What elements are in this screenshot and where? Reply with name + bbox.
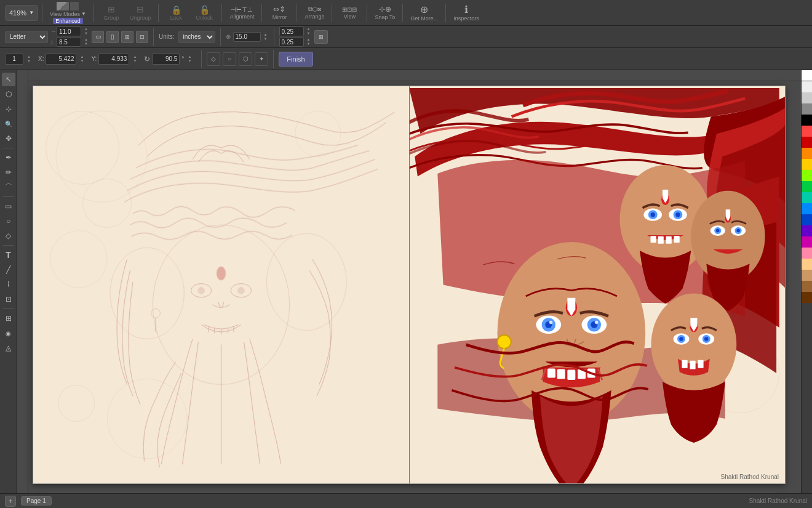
rotation-up[interactable]: ▲ bbox=[186, 55, 193, 59]
swatch-darkbrown[interactable] bbox=[802, 292, 812, 303]
swatch-green[interactable] bbox=[802, 181, 812, 192]
height-down[interactable]: ▼ bbox=[83, 42, 89, 46]
corner-node-button[interactable]: ◇ bbox=[207, 52, 220, 66]
crop-tool[interactable]: ⊹ bbox=[2, 102, 15, 116]
landscape-button[interactable]: ▯ bbox=[106, 31, 119, 43]
rect-tool[interactable]: ▭ bbox=[2, 200, 15, 213]
swatch-gray[interactable] bbox=[802, 92, 812, 103]
node-count-stepper[interactable]: ▲ ▼ bbox=[26, 55, 32, 63]
canvas-area[interactable]: Shakti Rathod Krunal bbox=[17, 70, 801, 493]
pen-tool[interactable]: ✒ bbox=[2, 151, 15, 164]
rotation-stepper[interactable]: ▲ ▼ bbox=[186, 55, 193, 63]
scale-button[interactable]: ⊞ bbox=[314, 30, 328, 44]
ellipse-tool[interactable]: ○ bbox=[2, 214, 15, 228]
finish-button[interactable]: Finish bbox=[279, 52, 312, 67]
x-input[interactable] bbox=[46, 54, 76, 65]
view-modes-group[interactable]: View Modes ▼ Enhanced bbox=[46, 1, 90, 25]
inspectors-button[interactable]: ℹ Inspectors bbox=[450, 2, 483, 23]
swatch-pink[interactable] bbox=[802, 248, 812, 259]
y-stepper[interactable]: ▲ ▼ bbox=[132, 55, 138, 63]
bleed-y-input[interactable] bbox=[279, 37, 304, 47]
zoom-dropdown[interactable]: 419% ▼ bbox=[5, 5, 38, 21]
portrait-button[interactable]: ▭ bbox=[92, 31, 104, 43]
bleed-y-stepper[interactable]: ▲ ▼ bbox=[306, 38, 312, 46]
node-count-input[interactable] bbox=[5, 54, 23, 65]
swatch-black[interactable] bbox=[802, 115, 812, 126]
rotation-down[interactable]: ▼ bbox=[186, 59, 193, 63]
swatch-peach[interactable] bbox=[802, 259, 812, 270]
x-down[interactable]: ▼ bbox=[79, 59, 85, 63]
convert-node-button[interactable]: ✦ bbox=[255, 52, 268, 66]
swatch-yellow[interactable] bbox=[802, 159, 812, 170]
width-up[interactable]: ▲ bbox=[83, 27, 89, 31]
transform-tool[interactable]: ⊡ bbox=[2, 292, 15, 306]
snap-to-button[interactable]: ⊹⊕ Snap To bbox=[371, 4, 399, 22]
bleed-y-down[interactable]: ▼ bbox=[306, 42, 312, 46]
swatch-teal[interactable] bbox=[802, 192, 812, 203]
swatch-lightgray[interactable] bbox=[802, 81, 812, 92]
height-input[interactable] bbox=[57, 37, 81, 47]
dpi-down[interactable]: ▼ bbox=[263, 37, 269, 41]
ungroup-button[interactable]: ⊟ Ungroup bbox=[126, 3, 155, 22]
mirror-button[interactable]: ⇔⇕ Mirror bbox=[266, 4, 293, 22]
swatch-purple[interactable] bbox=[802, 225, 812, 236]
canvas-page[interactable]: Shakti Rathod Krunal bbox=[33, 86, 786, 484]
width-down[interactable]: ▼ bbox=[83, 31, 89, 36]
group-button[interactable]: ⊞ Group bbox=[98, 3, 125, 22]
swatch-darkblue[interactable] bbox=[802, 214, 812, 225]
view-modes-dropdown[interactable]: ▼ bbox=[81, 11, 86, 17]
swatch-darkred[interactable] bbox=[802, 137, 812, 148]
lock-button[interactable]: 🔒 Lock bbox=[162, 4, 189, 22]
brush-tool[interactable]: ⌒ bbox=[2, 180, 15, 194]
count-up[interactable]: ▲ bbox=[26, 55, 32, 59]
view-button[interactable]: ⊞⊡⊟ View bbox=[336, 5, 363, 21]
select-tool[interactable]: ↖ bbox=[2, 73, 15, 86]
polygon-tool[interactable]: ◇ bbox=[2, 229, 15, 243]
dpi-up[interactable]: ▲ bbox=[263, 33, 269, 37]
smooth-node-button[interactable]: ○ bbox=[223, 52, 236, 66]
width-stepper[interactable]: ▲ ▼ bbox=[83, 27, 89, 36]
zoom-tool[interactable]: 🔍 bbox=[2, 117, 15, 131]
width-input[interactable] bbox=[57, 26, 81, 36]
height-up[interactable]: ▲ bbox=[83, 38, 89, 42]
swatch-blue[interactable] bbox=[802, 203, 812, 214]
y-up[interactable]: ▲ bbox=[132, 55, 138, 59]
y-input[interactable] bbox=[98, 54, 129, 65]
swatch-brown[interactable] bbox=[802, 281, 812, 292]
pencil-tool[interactable]: ✏ bbox=[2, 166, 15, 179]
units-select[interactable]: inches pixels mm cm pt bbox=[178, 31, 215, 43]
swatch-red[interactable] bbox=[802, 126, 812, 137]
sharp-node-button[interactable]: ⬡ bbox=[239, 52, 252, 66]
unlock-button[interactable]: 🔓 Unlock bbox=[191, 4, 218, 22]
node-tool[interactable]: ⬡ bbox=[2, 87, 15, 101]
count-down[interactable]: ▼ bbox=[26, 59, 32, 63]
dpi-stepper[interactable]: ▲ ▼ bbox=[263, 33, 269, 41]
arrange-button[interactable]: ⧉⬡⊠ Arrange bbox=[301, 4, 328, 21]
rotation-input[interactable] bbox=[152, 54, 180, 65]
resize-doc-button[interactable]: ⊞ bbox=[121, 31, 133, 43]
get-more-button[interactable]: ⊕ Get More... bbox=[407, 2, 442, 23]
swatch-tan[interactable] bbox=[802, 270, 812, 281]
bleed-x-input[interactable] bbox=[279, 26, 304, 36]
swatch-lime[interactable] bbox=[802, 170, 812, 181]
eyedrop-tool[interactable]: ◉ bbox=[2, 326, 15, 340]
add-page-button[interactable]: + bbox=[5, 496, 16, 507]
height-stepper[interactable]: ▲ ▼ bbox=[83, 38, 89, 46]
swatch-white[interactable] bbox=[802, 70, 812, 81]
bleed-x-stepper[interactable]: ▲ ▼ bbox=[306, 27, 312, 36]
swatch-magenta[interactable] bbox=[802, 236, 812, 248]
y-down[interactable]: ▼ bbox=[132, 59, 138, 63]
line-tool[interactable]: ╱ bbox=[2, 263, 15, 276]
fill-tool[interactable]: ⌇ bbox=[2, 278, 15, 291]
bleed-x-up[interactable]: ▲ bbox=[306, 27, 312, 31]
dpi-input[interactable] bbox=[233, 32, 261, 42]
crop-doc-button[interactable]: ⊡ bbox=[136, 31, 148, 43]
swatch-darkgray[interactable] bbox=[802, 103, 812, 115]
x-up[interactable]: ▲ bbox=[79, 55, 85, 59]
grid-tool[interactable]: ⊞ bbox=[2, 312, 15, 325]
doc-type-select[interactable]: Letter A4 A3 Custom bbox=[5, 31, 48, 43]
hand-tool[interactable]: ✥ bbox=[2, 132, 15, 145]
page-tab[interactable]: Page 1 bbox=[21, 496, 52, 506]
x-stepper[interactable]: ▲ ▼ bbox=[79, 55, 85, 63]
bucket-tool[interactable]: ◬ bbox=[2, 341, 15, 355]
